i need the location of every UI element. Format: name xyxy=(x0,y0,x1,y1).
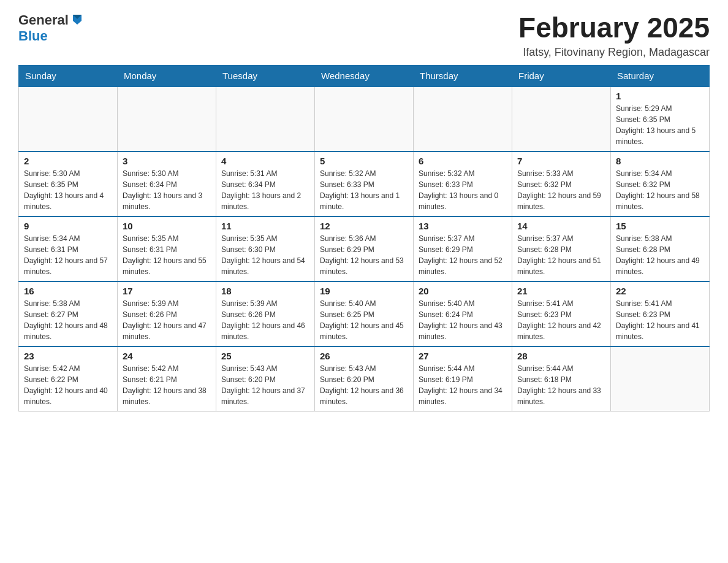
day-info: Sunrise: 5:30 AMSunset: 6:35 PMDaylight:… xyxy=(24,168,112,212)
calendar-header-row: SundayMondayTuesdayWednesdayThursdayFrid… xyxy=(19,65,710,86)
calendar-day-cell: 16Sunrise: 5:38 AMSunset: 6:27 PMDayligh… xyxy=(19,282,118,347)
day-number: 16 xyxy=(24,286,112,296)
page-header: General Blue February 2025 Ifatsy, Fitov… xyxy=(18,12,710,59)
calendar-week-row: 16Sunrise: 5:38 AMSunset: 6:27 PMDayligh… xyxy=(19,282,710,347)
calendar-day-cell xyxy=(19,86,118,151)
logo-blue: Blue xyxy=(18,28,48,44)
calendar-week-row: 23Sunrise: 5:42 AMSunset: 6:22 PMDayligh… xyxy=(19,347,710,412)
calendar-day-cell: 21Sunrise: 5:41 AMSunset: 6:23 PMDayligh… xyxy=(512,282,611,347)
calendar-day-cell: 10Sunrise: 5:35 AMSunset: 6:31 PMDayligh… xyxy=(118,216,216,282)
calendar-day-cell: 17Sunrise: 5:39 AMSunset: 6:26 PMDayligh… xyxy=(118,282,216,347)
day-info: Sunrise: 5:44 AMSunset: 6:18 PMDaylight:… xyxy=(517,363,605,407)
day-number: 4 xyxy=(221,156,309,166)
day-number: 13 xyxy=(419,221,507,231)
day-info: Sunrise: 5:42 AMSunset: 6:22 PMDaylight:… xyxy=(24,363,112,407)
calendar-day-cell: 12Sunrise: 5:36 AMSunset: 6:29 PMDayligh… xyxy=(315,216,414,282)
calendar-day-cell: 14Sunrise: 5:37 AMSunset: 6:28 PMDayligh… xyxy=(512,216,611,282)
day-number: 10 xyxy=(123,221,211,231)
day-info: Sunrise: 5:36 AMSunset: 6:29 PMDaylight:… xyxy=(320,233,408,277)
calendar-day-cell: 13Sunrise: 5:37 AMSunset: 6:29 PMDayligh… xyxy=(414,216,512,282)
calendar-day-cell xyxy=(315,86,414,151)
day-info: Sunrise: 5:37 AMSunset: 6:29 PMDaylight:… xyxy=(419,233,507,277)
calendar-day-cell: 4Sunrise: 5:31 AMSunset: 6:34 PMDaylight… xyxy=(216,151,315,216)
calendar-day-cell: 6Sunrise: 5:32 AMSunset: 6:33 PMDaylight… xyxy=(414,151,512,216)
day-number: 11 xyxy=(221,221,309,231)
day-info: Sunrise: 5:40 AMSunset: 6:25 PMDaylight:… xyxy=(320,298,408,342)
day-info: Sunrise: 5:44 AMSunset: 6:19 PMDaylight:… xyxy=(419,363,507,407)
calendar-day-cell: 8Sunrise: 5:34 AMSunset: 6:32 PMDaylight… xyxy=(611,151,710,216)
day-number: 21 xyxy=(517,286,605,296)
calendar-day-cell xyxy=(512,86,611,151)
calendar-header-sunday: Sunday xyxy=(19,65,118,86)
day-number: 24 xyxy=(123,351,211,361)
day-number: 20 xyxy=(419,286,507,296)
day-info: Sunrise: 5:38 AMSunset: 6:27 PMDaylight:… xyxy=(24,298,112,342)
day-number: 18 xyxy=(221,286,309,296)
day-info: Sunrise: 5:33 AMSunset: 6:32 PMDaylight:… xyxy=(517,168,605,212)
calendar-header-monday: Monday xyxy=(118,65,216,86)
calendar-day-cell: 3Sunrise: 5:30 AMSunset: 6:34 PMDaylight… xyxy=(118,151,216,216)
day-number: 12 xyxy=(320,221,408,231)
day-number: 8 xyxy=(616,156,704,166)
day-number: 17 xyxy=(123,286,211,296)
calendar-day-cell: 9Sunrise: 5:34 AMSunset: 6:31 PMDaylight… xyxy=(19,216,118,282)
calendar-day-cell: 27Sunrise: 5:44 AMSunset: 6:19 PMDayligh… xyxy=(414,347,512,412)
calendar-day-cell: 26Sunrise: 5:43 AMSunset: 6:20 PMDayligh… xyxy=(315,347,414,412)
calendar-day-cell: 18Sunrise: 5:39 AMSunset: 6:26 PMDayligh… xyxy=(216,282,315,347)
calendar-day-cell: 1Sunrise: 5:29 AMSunset: 6:35 PMDaylight… xyxy=(611,86,710,151)
day-number: 19 xyxy=(320,286,408,296)
day-number: 1 xyxy=(616,91,704,101)
calendar-day-cell xyxy=(216,86,315,151)
day-number: 15 xyxy=(616,221,704,231)
day-info: Sunrise: 5:43 AMSunset: 6:20 PMDaylight:… xyxy=(320,363,408,407)
calendar-day-cell xyxy=(118,86,216,151)
day-info: Sunrise: 5:39 AMSunset: 6:26 PMDaylight:… xyxy=(221,298,309,342)
day-info: Sunrise: 5:42 AMSunset: 6:21 PMDaylight:… xyxy=(123,363,211,407)
calendar-week-row: 2Sunrise: 5:30 AMSunset: 6:35 PMDaylight… xyxy=(19,151,710,216)
day-number: 25 xyxy=(221,351,309,361)
logo-arrow-icon xyxy=(70,12,84,28)
logo: General Blue xyxy=(18,12,84,44)
day-number: 2 xyxy=(24,156,112,166)
day-info: Sunrise: 5:41 AMSunset: 6:23 PMDaylight:… xyxy=(616,298,704,342)
day-number: 27 xyxy=(419,351,507,361)
day-number: 26 xyxy=(320,351,408,361)
calendar-day-cell: 5Sunrise: 5:32 AMSunset: 6:33 PMDaylight… xyxy=(315,151,414,216)
calendar-day-cell: 24Sunrise: 5:42 AMSunset: 6:21 PMDayligh… xyxy=(118,347,216,412)
day-info: Sunrise: 5:37 AMSunset: 6:28 PMDaylight:… xyxy=(517,233,605,277)
day-number: 9 xyxy=(24,221,112,231)
month-title: February 2025 xyxy=(518,12,710,44)
calendar-day-cell: 23Sunrise: 5:42 AMSunset: 6:22 PMDayligh… xyxy=(19,347,118,412)
day-info: Sunrise: 5:35 AMSunset: 6:31 PMDaylight:… xyxy=(123,233,211,277)
calendar-day-cell xyxy=(414,86,512,151)
day-number: 28 xyxy=(517,351,605,361)
day-info: Sunrise: 5:41 AMSunset: 6:23 PMDaylight:… xyxy=(517,298,605,342)
day-number: 5 xyxy=(320,156,408,166)
calendar-day-cell: 25Sunrise: 5:43 AMSunset: 6:20 PMDayligh… xyxy=(216,347,315,412)
day-number: 22 xyxy=(616,286,704,296)
calendar-header-saturday: Saturday xyxy=(611,65,710,86)
day-info: Sunrise: 5:30 AMSunset: 6:34 PMDaylight:… xyxy=(123,168,211,212)
day-info: Sunrise: 5:34 AMSunset: 6:32 PMDaylight:… xyxy=(616,168,704,212)
day-info: Sunrise: 5:43 AMSunset: 6:20 PMDaylight:… xyxy=(221,363,309,407)
calendar-day-cell: 2Sunrise: 5:30 AMSunset: 6:35 PMDaylight… xyxy=(19,151,118,216)
location-title: Ifatsy, Fitovinany Region, Madagascar xyxy=(518,46,710,59)
calendar-header-thursday: Thursday xyxy=(414,65,512,86)
calendar-header-tuesday: Tuesday xyxy=(216,65,315,86)
day-info: Sunrise: 5:32 AMSunset: 6:33 PMDaylight:… xyxy=(419,168,507,212)
calendar-day-cell xyxy=(611,347,710,412)
day-number: 3 xyxy=(123,156,211,166)
calendar-header-friday: Friday xyxy=(512,65,611,86)
calendar-day-cell: 19Sunrise: 5:40 AMSunset: 6:25 PMDayligh… xyxy=(315,282,414,347)
day-info: Sunrise: 5:34 AMSunset: 6:31 PMDaylight:… xyxy=(24,233,112,277)
day-info: Sunrise: 5:32 AMSunset: 6:33 PMDaylight:… xyxy=(320,168,408,212)
day-info: Sunrise: 5:35 AMSunset: 6:30 PMDaylight:… xyxy=(221,233,309,277)
day-number: 23 xyxy=(24,351,112,361)
day-number: 7 xyxy=(517,156,605,166)
day-info: Sunrise: 5:31 AMSunset: 6:34 PMDaylight:… xyxy=(221,168,309,212)
day-number: 6 xyxy=(419,156,507,166)
day-number: 14 xyxy=(517,221,605,231)
day-info: Sunrise: 5:39 AMSunset: 6:26 PMDaylight:… xyxy=(123,298,211,342)
day-info: Sunrise: 5:40 AMSunset: 6:24 PMDaylight:… xyxy=(419,298,507,342)
calendar-day-cell: 20Sunrise: 5:40 AMSunset: 6:24 PMDayligh… xyxy=(414,282,512,347)
